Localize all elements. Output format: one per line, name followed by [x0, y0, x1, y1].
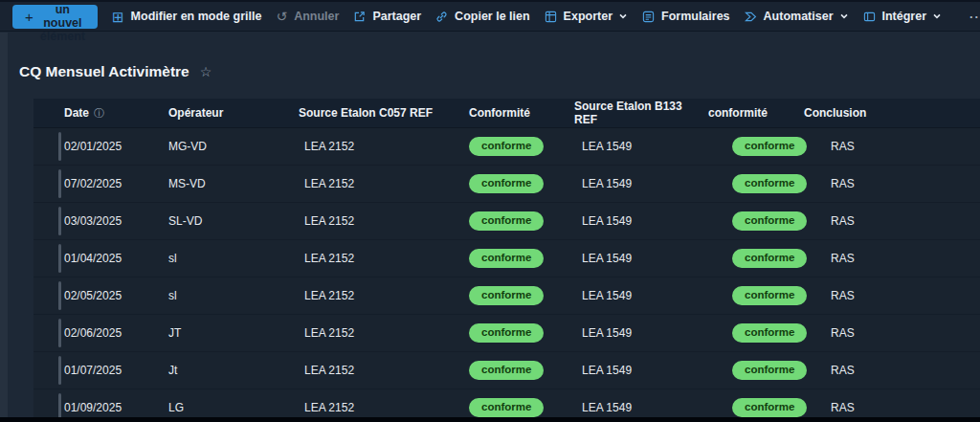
column-header-source-c057[interactable]: Source Etalon C057 REF [292, 106, 464, 120]
cell-conformite-1[interactable]: conforme [464, 361, 574, 381]
cell-conclusion[interactable]: RAS [804, 252, 980, 265]
row-handle[interactable] [58, 207, 61, 235]
cell-conformite-1[interactable]: conforme [464, 249, 574, 269]
table-row[interactable]: 02/01/2025MG-VDLEA 2152conformeLEA 1549c… [33, 128, 980, 166]
copy-link-button[interactable]: Copier le lien [435, 10, 530, 23]
column-header-conformite-2[interactable]: conformité [708, 106, 804, 120]
info-icon[interactable]: ⓘ [94, 106, 104, 121]
column-header-source-b133[interactable]: Source Etalon B133 REF [574, 100, 708, 126]
cell-source-c057[interactable]: LEA 2152 [292, 289, 464, 302]
cell-source-c057[interactable]: LEA 2152 [292, 401, 464, 414]
cell-conformite-2[interactable]: conforme [708, 398, 804, 418]
cell-conformite-2[interactable]: conforme [708, 286, 804, 306]
column-header-operateur[interactable]: Opérateur [163, 106, 292, 120]
cell-source-b133[interactable]: LEA 1549 [574, 401, 708, 414]
cell-conformite-2[interactable]: conforme [708, 137, 804, 157]
cell-operateur[interactable]: JT [163, 326, 292, 340]
cell-conclusion[interactable]: RAS [804, 177, 980, 190]
share-button[interactable]: Partager [353, 10, 421, 23]
row-handle[interactable] [58, 281, 61, 310]
conforme-badge: conforme [732, 211, 807, 232]
row-handle[interactable] [58, 169, 61, 198]
cell-operateur[interactable]: LG [163, 401, 292, 414]
cell-source-b133[interactable]: LEA 1549 [574, 252, 708, 265]
table-row[interactable]: 07/02/2025MS-VDLEA 2152conformeLEA 1549c… [33, 166, 980, 203]
embed-icon [863, 11, 876, 23]
cell-source-c057[interactable]: LEA 2152 [292, 140, 464, 153]
cell-date[interactable]: 01/09/2025 [62, 401, 163, 414]
cell-operateur[interactable]: MS-VD [163, 177, 292, 190]
cell-date[interactable]: 01/07/2025 [62, 364, 163, 377]
conforme-badge: conforme [469, 249, 544, 269]
cell-source-c057[interactable]: LEA 2152 [292, 177, 464, 190]
cell-conclusion[interactable]: RAS [804, 326, 980, 340]
column-header-date[interactable]: Date ⓘ [62, 106, 163, 121]
cell-conformite-1[interactable]: conforme [464, 174, 574, 194]
cell-date[interactable]: 02/06/2025 [62, 326, 163, 340]
table-row[interactable]: 01/07/2025JtLEA 2152conformeLEA 1549conf… [33, 352, 980, 389]
list-table: Date ⓘ Opérateur Source Etalon C057 REF … [33, 99, 980, 422]
cell-operateur[interactable]: sl [163, 289, 292, 302]
cell-source-c057[interactable]: LEA 2152 [292, 252, 464, 265]
column-header-conformite-1[interactable]: Conformité [464, 106, 574, 120]
cell-source-c057[interactable]: LEA 2152 [292, 214, 464, 228]
star-favorite-icon[interactable]: ☆ [200, 64, 212, 79]
cell-conformite-2[interactable]: conforme [708, 323, 804, 344]
conforme-badge: conforme [732, 249, 807, 269]
table-row[interactable]: 01/04/2025slLEA 2152conformeLEA 1549conf… [33, 240, 980, 278]
column-header-conclusion[interactable]: Conclusion [804, 106, 980, 120]
cell-conclusion[interactable]: RAS [804, 214, 980, 228]
cell-date[interactable]: 07/02/2025 [62, 177, 163, 190]
cell-conformite-1[interactable]: conforme [464, 323, 574, 344]
row-handle[interactable] [58, 244, 61, 273]
cell-source-b133[interactable]: LEA 1549 [574, 214, 708, 228]
export-menu-button[interactable]: Exporter [545, 10, 628, 23]
row-handle[interactable] [58, 132, 61, 161]
embed-menu-button[interactable]: Intégrer [863, 10, 943, 23]
cell-conclusion[interactable]: RAS [804, 140, 980, 153]
cell-source-b133[interactable]: LEA 1549 [574, 177, 708, 190]
cell-conformite-2[interactable]: conforme [708, 174, 804, 194]
conforme-badge: conforme [469, 286, 544, 306]
grid-icon: ⊞ [112, 10, 124, 24]
row-handle[interactable] [58, 319, 61, 347]
share-label: Partager [372, 10, 421, 23]
cell-date[interactable]: 03/03/2025 [62, 214, 163, 228]
cell-conclusion[interactable]: RAS [804, 401, 980, 414]
cell-source-b133[interactable]: LEA 1549 [574, 289, 708, 302]
cell-source-c057[interactable]: LEA 2152 [292, 326, 464, 340]
table-row[interactable]: 02/05/2025slLEA 2152conformeLEA 1549conf… [33, 278, 980, 315]
more-commands-button[interactable]: ··· [969, 10, 980, 24]
edit-in-grid-view-button[interactable]: ⊞ Modifier en mode grille [112, 10, 261, 24]
row-handle[interactable] [58, 356, 61, 385]
cell-date[interactable]: 01/04/2025 [62, 252, 163, 265]
table-row[interactable]: 02/06/2025JTLEA 2152conformeLEA 1549conf… [33, 315, 980, 352]
cell-operateur[interactable]: Jt [163, 364, 292, 377]
cell-conformite-2[interactable]: conforme [708, 249, 804, 269]
cell-conformite-1[interactable]: conforme [464, 137, 574, 157]
cell-conformite-1[interactable]: conforme [464, 398, 574, 418]
cell-conformite-2[interactable]: conforme [708, 211, 804, 232]
cell-date[interactable]: 02/05/2025 [62, 289, 163, 302]
add-new-item-button[interactable]: + Ajouter un nouvel élément [12, 5, 98, 29]
automate-menu-button[interactable]: Automatiser [745, 10, 849, 23]
cell-conclusion[interactable]: RAS [804, 364, 980, 377]
cell-conformite-1[interactable]: conforme [464, 286, 574, 306]
cell-conclusion[interactable]: RAS [804, 289, 980, 302]
forms-label: Formulaires [661, 10, 730, 23]
automate-label: Automatiser [764, 10, 834, 23]
cell-source-b133[interactable]: LEA 1549 [574, 140, 708, 153]
forms-button[interactable]: Formulaires [642, 10, 730, 23]
cell-source-b133[interactable]: LEA 1549 [574, 326, 708, 340]
undo-button[interactable]: ↺ Annuler [276, 10, 339, 23]
cell-date[interactable]: 02/01/2025 [62, 140, 163, 153]
cell-operateur[interactable]: SL-VD [163, 214, 292, 228]
cell-source-c057[interactable]: LEA 2152 [292, 364, 464, 377]
cell-conformite-2[interactable]: conforme [708, 361, 804, 381]
cell-operateur[interactable]: MG-VD [163, 140, 292, 153]
conforme-badge: conforme [469, 174, 544, 194]
cell-operateur[interactable]: sl [163, 252, 292, 265]
cell-source-b133[interactable]: LEA 1549 [574, 364, 708, 377]
table-row[interactable]: 03/03/2025SL-VDLEA 2152conformeLEA 1549c… [33, 203, 980, 240]
cell-conformite-1[interactable]: conforme [464, 211, 574, 232]
